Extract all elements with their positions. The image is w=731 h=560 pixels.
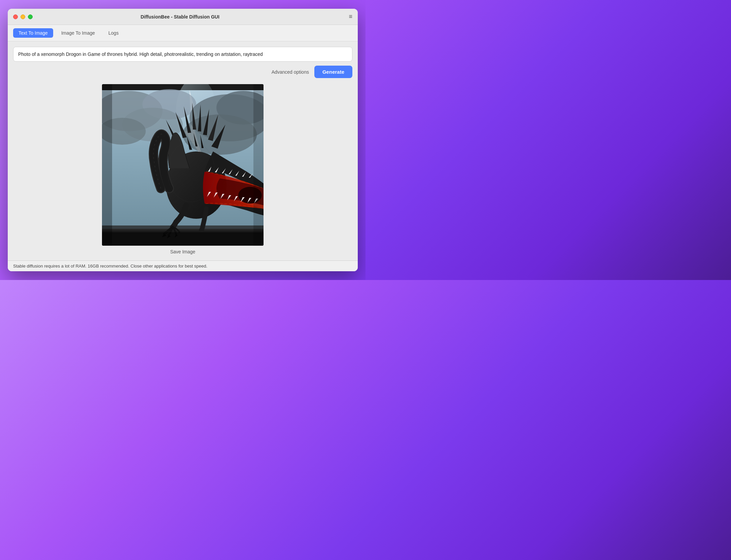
menu-icon[interactable]: ≡	[349, 13, 352, 20]
nav-bar: Text To Image Image To Image Logs	[8, 25, 358, 41]
prompt-input[interactable]	[13, 47, 352, 62]
svg-rect-46	[102, 84, 112, 246]
svg-rect-48	[102, 232, 264, 246]
tab-text-to-image[interactable]: Text To Image	[13, 28, 53, 38]
title-bar: DiffusionBee - Stable Diffusion GUI ≡	[8, 9, 358, 25]
app-window: DiffusionBee - Stable Diffusion GUI ≡ Te…	[8, 9, 358, 271]
image-area: Save Image	[13, 83, 352, 255]
tab-logs[interactable]: Logs	[103, 28, 124, 38]
toolbar-row: Advanced options Generate	[13, 66, 352, 78]
generate-button[interactable]: Generate	[314, 66, 352, 78]
main-content: Advanced options Generate	[8, 41, 358, 260]
generated-image	[102, 84, 264, 246]
svg-rect-13	[102, 225, 264, 231]
svg-rect-47	[253, 84, 264, 246]
status-message: Stable diffusion requires a lot of RAM. …	[13, 264, 207, 269]
advanced-options-link[interactable]: Advanced options	[272, 69, 309, 75]
tab-image-to-image[interactable]: Image To Image	[56, 28, 100, 38]
prompt-row	[13, 47, 352, 62]
window-title: DiffusionBee - Stable Diffusion GUI	[11, 14, 349, 20]
status-bar: Stable diffusion requires a lot of RAM. …	[8, 260, 358, 271]
save-image-label[interactable]: Save Image	[170, 249, 196, 254]
generated-image-container: Save Image	[102, 84, 264, 254]
